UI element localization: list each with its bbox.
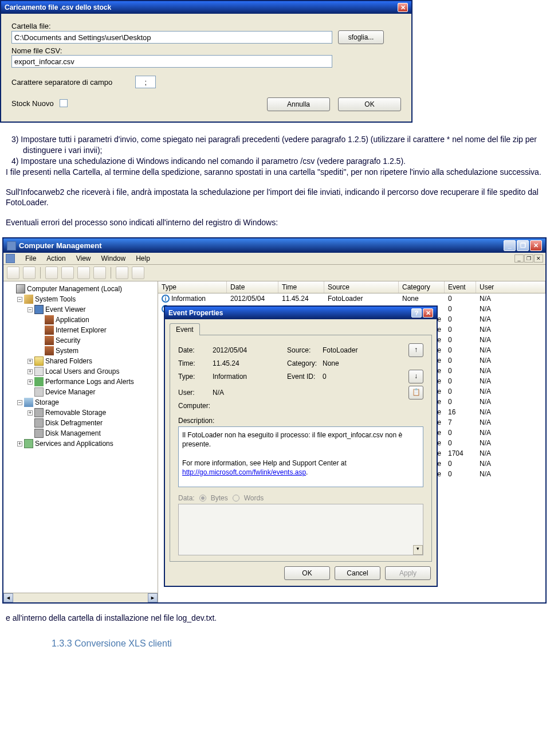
view-icon[interactable] [132, 267, 144, 279]
menu-action[interactable]: Action [46, 254, 65, 263]
col-category[interactable]: Category [399, 281, 445, 293]
val-date: 2012/05/04 [213, 346, 287, 354]
copy-button[interactable]: 📋 [408, 386, 423, 399]
table-row[interactable]: iInformation2012/05/0411.45.24FotoLoader… [158, 293, 545, 304]
tree-security[interactable]: Security [5, 335, 156, 346]
col-time[interactable]: Time [278, 281, 324, 293]
val-user: N/A [213, 389, 287, 397]
tab-page: Date: 2012/05/04 Source: FotoLoader ↑ Ti… [170, 335, 432, 562]
csv-load-dialog: Caricamento file .csv dello stock ✕ Cart… [0, 0, 412, 123]
tree-disk-defrag[interactable]: Disk Defragmenter [5, 418, 156, 428]
val-type: Information [213, 373, 287, 381]
col-date[interactable]: Date [227, 281, 278, 293]
event-list-panel: Type Date Time Source Category Event Use… [158, 281, 545, 602]
cancel-button[interactable]: Annulla [267, 97, 330, 111]
tab-event[interactable]: Event [170, 323, 200, 335]
dialog-titlebar[interactable]: Caricamento file .csv dello stock ✕ [1, 1, 411, 14]
expand-icon[interactable]: + [28, 359, 33, 364]
col-source[interactable]: Source [324, 281, 399, 293]
col-user[interactable]: User [476, 281, 545, 293]
mdi-minimize-icon[interactable]: _ [514, 254, 524, 263]
dialog-title: Caricamento file .csv dello stock [5, 3, 111, 11]
forward-icon[interactable] [23, 267, 36, 279]
refresh-icon[interactable] [77, 267, 90, 279]
tree-application[interactable]: Application [5, 315, 156, 325]
back-icon[interactable] [7, 267, 19, 279]
storage-icon [24, 398, 33, 407]
log-icon [45, 336, 54, 345]
next-event-button[interactable]: ↓ [408, 370, 423, 383]
prev-event-button[interactable]: ↑ [408, 343, 423, 357]
tree-root[interactable]: Computer Management (Local) [5, 284, 156, 294]
stock-nuovo-checkbox[interactable] [60, 99, 68, 107]
scroll-down-icon[interactable]: ▾ [413, 545, 423, 555]
close-icon[interactable]: ✕ [530, 240, 542, 251]
menu-view[interactable]: View [76, 254, 91, 263]
tree-local-users[interactable]: +Local Users and Groups [5, 366, 156, 377]
tree-shared-folders[interactable]: +Shared Folders [5, 356, 156, 366]
radio-bytes[interactable] [199, 495, 206, 502]
tree-system-tools[interactable]: −System Tools [5, 294, 156, 304]
up-icon[interactable] [45, 267, 58, 279]
collapse-icon[interactable]: − [28, 307, 33, 312]
collapse-icon[interactable]: − [17, 400, 22, 405]
browse-button[interactable]: sfoglia... [338, 30, 384, 44]
computer-icon [16, 284, 25, 293]
cancel-button[interactable]: Cancel [335, 566, 380, 580]
tree-perf-logs[interactable]: +Performance Logs and Alerts [5, 377, 156, 387]
menu-help[interactable]: Help [136, 254, 150, 263]
col-type[interactable]: Type [158, 281, 227, 293]
lbl-eventid: Event ID: [287, 373, 323, 381]
tree-ie[interactable]: Internet Explorer [5, 325, 156, 335]
filename-input[interactable] [11, 55, 332, 68]
menu-window[interactable]: Window [101, 254, 126, 263]
maximize-icon[interactable]: ❐ [517, 240, 529, 251]
lbl-source: Source: [287, 346, 323, 354]
folder-input[interactable] [11, 31, 332, 44]
close-icon[interactable]: ✕ [398, 3, 408, 12]
doc-paragraph: Sull'Infocarweb2 che riceverà i file, an… [0, 187, 550, 209]
log-icon [45, 326, 54, 335]
mdi-close-icon[interactable]: ✕ [534, 254, 543, 263]
tree-scrollbar[interactable]: ◄ ► [3, 593, 158, 602]
tree-device-manager[interactable]: Device Manager [5, 387, 156, 397]
apply-button[interactable]: Apply [385, 566, 431, 580]
export-icon[interactable] [93, 267, 106, 279]
ok-button[interactable]: OK [338, 97, 401, 111]
evtprop-titlebar[interactable]: Event Properties ? ✕ [165, 307, 437, 319]
tree-storage[interactable]: −Storage [5, 397, 156, 408]
tree-system[interactable]: System [5, 346, 156, 356]
lbl-category: Category: [287, 359, 323, 367]
defrag-icon [34, 418, 44, 428]
tree-event-viewer[interactable]: −Event Viewer [5, 304, 156, 315]
expand-icon[interactable]: + [17, 441, 22, 446]
tree-removable-storage[interactable]: +Removable Storage [5, 408, 156, 418]
properties-icon[interactable] [61, 267, 74, 279]
tree-services-apps[interactable]: +Services and Applications [5, 438, 156, 449]
col-event[interactable]: Event [445, 281, 476, 293]
expand-icon[interactable]: + [28, 369, 33, 374]
minimize-icon[interactable]: _ [504, 240, 516, 251]
close-icon[interactable]: ✕ [423, 308, 433, 318]
menu-file[interactable]: File [25, 254, 36, 263]
events-link[interactable]: http://go.microsoft.com/fwlink/events.as… [182, 468, 306, 476]
mdi-restore-icon[interactable]: ❐ [524, 254, 533, 263]
radio-words[interactable] [233, 495, 239, 502]
mmc-doc-icon [6, 254, 15, 263]
mmc-titlebar[interactable]: Computer Management _ ❐ ✕ [3, 238, 545, 253]
expand-icon[interactable]: + [28, 379, 33, 385]
description-box[interactable]: Il FotoLoader non ha eseguito il process… [178, 426, 423, 487]
separator-input[interactable] [135, 76, 156, 88]
scroll-right-icon[interactable]: ► [148, 593, 158, 602]
data-box[interactable]: ▾ [178, 504, 423, 555]
help-icon[interactable]: ? [411, 308, 422, 318]
scroll-left-icon[interactable]: ◄ [3, 593, 13, 602]
tree-disk-mgmt[interactable]: Disk Management [5, 428, 156, 438]
ok-button[interactable]: OK [284, 566, 330, 580]
mmc-app-icon [7, 241, 16, 250]
help-icon[interactable] [116, 267, 128, 279]
menubar: File Action View Window Help _ ❐ ✕ [3, 253, 545, 265]
collapse-icon[interactable]: − [17, 297, 22, 302]
doc-paragraph: Eventuali errori del processo sono indic… [0, 217, 550, 228]
expand-icon[interactable]: + [28, 410, 33, 416]
